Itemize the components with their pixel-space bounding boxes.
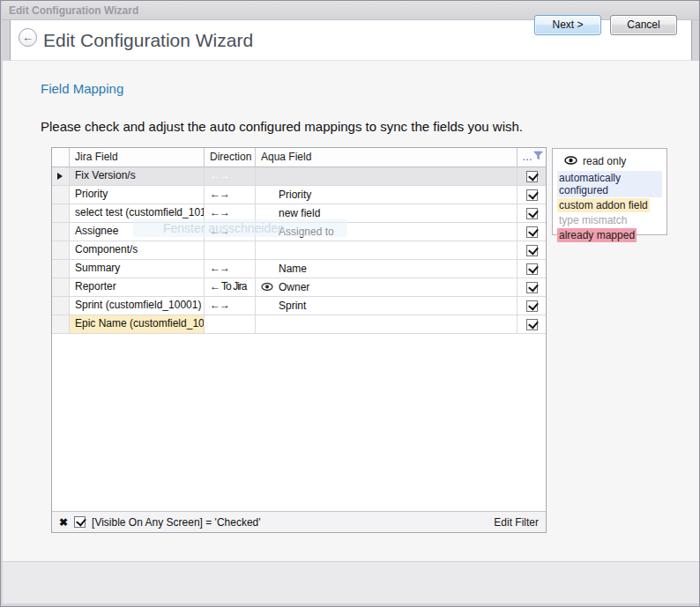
jira-field-cell[interactable]: Fix Version/s	[70, 167, 205, 186]
table-row[interactable]: Summary ←→ Name	[52, 260, 546, 278]
visible-checkbox-cell[interactable]	[518, 167, 546, 186]
aqua-field-cell[interactable]: Assigned to	[256, 223, 518, 241]
visible-checkbox-cell[interactable]	[518, 278, 546, 297]
visible-checkbox-cell[interactable]	[518, 186, 546, 204]
table-row[interactable]: select test (customfield_10100) ←→ new f…	[52, 204, 546, 223]
legend-type-mismatch: type mismatch	[557, 213, 629, 227]
jira-field-cell[interactable]: Sprint (customfield_10001)	[70, 297, 205, 315]
legend-read-only: read only	[557, 153, 662, 171]
instruction-text: Please check and adjust the auto configu…	[41, 119, 523, 134]
column-header-jira-field[interactable]: Jira Field	[70, 148, 205, 167]
back-arrow-icon: ←	[22, 31, 34, 44]
aqua-field-cell[interactable]: Owner	[256, 278, 518, 297]
direction-cell[interactable]: ←→	[205, 223, 256, 241]
page-title: Edit Configuration Wizard	[43, 30, 253, 51]
table-row[interactable]: Fix Version/s ←→	[52, 167, 546, 186]
aqua-field-cell[interactable]: Priority	[256, 186, 518, 204]
aqua-field-value: Assigned to	[279, 224, 334, 241]
column-header-aqua-field[interactable]: Aqua Field	[256, 148, 518, 167]
jira-field-cell[interactable]: Reporter	[70, 278, 205, 297]
direction-cell[interactable]	[205, 241, 256, 260]
visible-checkbox-cell[interactable]	[518, 297, 546, 315]
cancel-button[interactable]: Cancel	[610, 15, 677, 35]
window-title: Edit Configuration Wizard	[9, 4, 138, 17]
filter-enabled-checkbox[interactable]	[74, 516, 86, 528]
jira-field-cell[interactable]: Priority	[70, 186, 205, 204]
back-button[interactable]: ←	[19, 28, 37, 47]
edit-filter-button[interactable]: Edit Filter	[494, 516, 539, 529]
row-indicator	[52, 315, 70, 334]
jira-field-cell[interactable]: Component/s	[70, 241, 205, 260]
section-title: Field Mapping	[41, 81, 123, 96]
jira-field-cell-custom-addon[interactable]: Epic Name (customfield_10004)	[70, 315, 205, 334]
aqua-field-value: Priority	[279, 187, 311, 204]
direction-cell[interactable]: ←→	[205, 204, 256, 223]
filter-bar: ✖ [Visible On Any Screen] = 'Checked' Ed…	[52, 511, 546, 532]
table-row[interactable]: Reporter ← To Jira Owner	[52, 278, 546, 297]
visible-checkbox-cell[interactable]	[518, 241, 546, 260]
filter-funnel-icon[interactable]	[533, 151, 543, 163]
row-indicator	[52, 204, 70, 223]
aqua-field-cell[interactable]: Name	[256, 260, 518, 278]
direction-cell[interactable]: ←→	[205, 167, 256, 186]
grid-empty-area	[52, 334, 546, 511]
row-indicator	[52, 241, 70, 260]
direction-cell[interactable]	[205, 315, 256, 334]
table-row[interactable]: Priority ←→ Priority	[52, 186, 546, 204]
field-mapping-grid: Jira Field Direction Aqua Field … Fix Ve…	[51, 147, 547, 533]
aqua-field-value: new field	[279, 205, 320, 222]
table-row[interactable]: Sprint (customfield_10001) ←→ Sprint	[52, 297, 546, 315]
aqua-field-value: Name	[279, 261, 307, 278]
column-header-visible[interactable]: …	[518, 148, 546, 167]
aqua-field-cell[interactable]	[256, 241, 518, 260]
aqua-field-cell[interactable]	[256, 315, 518, 334]
row-checkbox[interactable]	[526, 263, 538, 275]
visible-checkbox-cell[interactable]	[518, 315, 546, 334]
row-indicator-header	[52, 148, 70, 167]
table-row[interactable]: Component/s	[52, 241, 546, 260]
filter-condition-text: [Visible On Any Screen] = 'Checked'	[92, 516, 260, 529]
row-indicator	[52, 260, 70, 278]
visible-checkbox-cell[interactable]	[518, 204, 546, 223]
grid-header-row: Jira Field Direction Aqua Field …	[52, 148, 546, 167]
row-checkbox[interactable]	[526, 208, 538, 219]
eye-icon	[564, 155, 577, 167]
legend-panel: read only automatically configured custo…	[552, 148, 667, 235]
legend-automatically-configured: automatically configured	[557, 171, 662, 197]
jira-field-cell[interactable]: Summary	[70, 260, 205, 278]
legend-read-only-label: read only	[583, 155, 626, 167]
table-row[interactable]: Assignee ←→ Assigned to	[52, 223, 546, 241]
row-indicator	[52, 223, 70, 241]
direction-cell[interactable]: ←→	[205, 260, 256, 278]
read-only-eye-icon	[261, 279, 279, 296]
next-button[interactable]: Next >	[534, 15, 601, 35]
row-checkbox[interactable]	[526, 189, 538, 201]
aqua-field-value: Sprint	[279, 298, 306, 315]
column-header-direction[interactable]: Direction	[205, 148, 256, 167]
jira-field-cell[interactable]: select test (customfield_10100)	[70, 204, 205, 223]
table-row[interactable]: Epic Name (customfield_10004)	[52, 315, 546, 334]
footer-bar	[3, 561, 699, 603]
more-options-dots[interactable]: …	[522, 151, 533, 163]
row-checkbox[interactable]	[526, 245, 538, 256]
row-indicator	[52, 167, 70, 186]
aqua-field-cell[interactable]	[256, 167, 518, 186]
row-checkbox[interactable]	[526, 226, 538, 238]
direction-cell[interactable]: ←→	[205, 297, 256, 315]
row-checkbox[interactable]	[526, 171, 538, 182]
legend-already-mapped: already mapped	[557, 228, 637, 242]
direction-cell[interactable]: ← To Jira	[205, 278, 256, 297]
row-checkbox[interactable]	[526, 319, 538, 330]
jira-field-cell[interactable]: Assignee	[70, 223, 205, 241]
aqua-field-cell[interactable]: new field	[256, 204, 518, 223]
direction-cell[interactable]: ←→	[205, 186, 256, 204]
row-indicator	[52, 297, 70, 315]
clear-filter-icon[interactable]: ✖	[59, 517, 68, 528]
row-checkbox[interactable]	[526, 282, 538, 293]
aqua-field-value: Owner	[279, 279, 309, 296]
visible-checkbox-cell[interactable]	[518, 223, 546, 241]
current-row-arrow-icon	[57, 173, 63, 180]
aqua-field-cell[interactable]: Sprint	[256, 297, 518, 315]
row-checkbox[interactable]	[526, 300, 538, 312]
visible-checkbox-cell[interactable]	[518, 260, 546, 278]
